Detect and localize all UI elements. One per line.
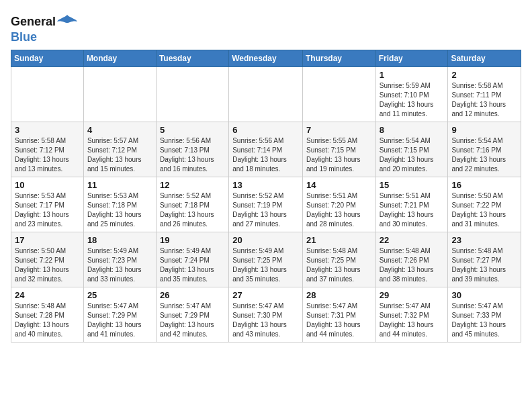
day-number: 24 (15, 290, 80, 300)
day-info: Sunrise: 5:54 AMSunset: 7:16 PMDaylight:… (451, 136, 517, 174)
calendar-header-row: SundayMondayTuesdayWednesdayThursdayFrid… (11, 50, 521, 66)
day-info: Sunrise: 5:54 AMSunset: 7:15 PMDaylight:… (380, 136, 445, 174)
logo-blue: Blue (11, 31, 77, 44)
calendar-cell: 4Sunrise: 5:57 AMSunset: 7:12 PMDaylight… (83, 122, 156, 177)
calendar-cell: 15Sunrise: 5:51 AMSunset: 7:21 PMDayligh… (375, 177, 448, 232)
day-info: Sunrise: 5:48 AMSunset: 7:28 PMDaylight:… (15, 302, 80, 339)
day-info: Sunrise: 5:49 AMSunset: 7:25 PMDaylight:… (232, 246, 299, 284)
day-info: Sunrise: 5:47 AMSunset: 7:32 PMDaylight:… (380, 302, 445, 339)
calendar-cell: 26Sunrise: 5:47 AMSunset: 7:29 PMDayligh… (156, 287, 228, 342)
day-info: Sunrise: 5:55 AMSunset: 7:15 PMDaylight:… (306, 136, 372, 174)
calendar-cell (83, 66, 156, 122)
calendar-cell: 5Sunrise: 5:56 AMSunset: 7:13 PMDaylight… (156, 122, 228, 177)
calendar-cell (302, 66, 375, 122)
day-info: Sunrise: 5:49 AMSunset: 7:23 PMDaylight:… (87, 246, 152, 284)
calendar-cell: 13Sunrise: 5:52 AMSunset: 7:19 PMDayligh… (229, 177, 303, 232)
col-header-tuesday: Tuesday (156, 50, 228, 66)
calendar-cell (229, 66, 303, 122)
calendar-week-row: 24Sunrise: 5:48 AMSunset: 7:28 PMDayligh… (11, 287, 521, 342)
day-number: 30 (451, 290, 517, 300)
day-number: 3 (15, 125, 80, 135)
calendar-cell: 10Sunrise: 5:53 AMSunset: 7:17 PMDayligh… (11, 177, 84, 232)
day-info: Sunrise: 5:47 AMSunset: 7:29 PMDaylight:… (87, 302, 152, 339)
calendar-cell: 6Sunrise: 5:56 AMSunset: 7:14 PMDaylight… (229, 122, 303, 177)
day-number: 25 (87, 290, 152, 300)
calendar-cell: 21Sunrise: 5:48 AMSunset: 7:25 PMDayligh… (302, 232, 375, 287)
day-number: 8 (380, 125, 445, 135)
day-info: Sunrise: 5:47 AMSunset: 7:30 PMDaylight:… (232, 302, 299, 339)
calendar-cell: 23Sunrise: 5:48 AMSunset: 7:27 PMDayligh… (448, 232, 521, 287)
day-info: Sunrise: 5:50 AMSunset: 7:22 PMDaylight:… (451, 191, 517, 229)
calendar-cell: 27Sunrise: 5:47 AMSunset: 7:30 PMDayligh… (229, 287, 303, 342)
calendar-cell: 20Sunrise: 5:49 AMSunset: 7:25 PMDayligh… (229, 232, 303, 287)
day-info: Sunrise: 5:53 AMSunset: 7:17 PMDaylight:… (15, 191, 80, 229)
calendar-cell: 8Sunrise: 5:54 AMSunset: 7:15 PMDaylight… (375, 122, 448, 177)
calendar-cell: 19Sunrise: 5:49 AMSunset: 7:24 PMDayligh… (156, 232, 228, 287)
calendar-table: SundayMondayTuesdayWednesdayThursdayFrid… (11, 50, 521, 342)
col-header-saturday: Saturday (448, 50, 521, 66)
calendar-cell: 14Sunrise: 5:51 AMSunset: 7:20 PMDayligh… (302, 177, 375, 232)
day-info: Sunrise: 5:58 AMSunset: 7:11 PMDaylight:… (451, 81, 517, 119)
day-info: Sunrise: 5:48 AMSunset: 7:27 PMDaylight:… (451, 246, 517, 284)
day-number: 27 (232, 290, 299, 300)
logo-general: General (11, 15, 56, 29)
day-number: 5 (160, 125, 225, 135)
calendar-cell: 2Sunrise: 5:58 AMSunset: 7:11 PMDaylight… (448, 66, 521, 122)
calendar-week-row: 17Sunrise: 5:50 AMSunset: 7:22 PMDayligh… (11, 232, 521, 287)
day-number: 12 (160, 180, 225, 190)
day-number: 9 (451, 125, 517, 135)
day-info: Sunrise: 5:51 AMSunset: 7:20 PMDaylight:… (306, 191, 372, 229)
calendar-cell: 29Sunrise: 5:47 AMSunset: 7:32 PMDayligh… (375, 287, 448, 342)
day-number: 10 (15, 180, 80, 190)
day-number: 19 (160, 235, 225, 245)
day-info: Sunrise: 5:59 AMSunset: 7:10 PMDaylight:… (380, 81, 445, 119)
calendar-cell: 16Sunrise: 5:50 AMSunset: 7:22 PMDayligh… (448, 177, 521, 232)
day-number: 16 (451, 180, 517, 190)
day-number: 21 (306, 235, 372, 245)
day-info: Sunrise: 5:56 AMSunset: 7:13 PMDaylight:… (160, 136, 225, 174)
calendar-cell: 1Sunrise: 5:59 AMSunset: 7:10 PMDaylight… (375, 66, 448, 122)
calendar-cell (11, 66, 84, 122)
day-info: Sunrise: 5:58 AMSunset: 7:12 PMDaylight:… (15, 136, 80, 174)
day-number: 18 (87, 235, 152, 245)
calendar-cell: 24Sunrise: 5:48 AMSunset: 7:28 PMDayligh… (11, 287, 84, 342)
day-number: 17 (15, 235, 80, 245)
col-header-sunday: Sunday (11, 50, 84, 66)
day-number: 4 (87, 125, 152, 135)
day-info: Sunrise: 5:52 AMSunset: 7:18 PMDaylight:… (160, 191, 225, 229)
logo: General Blue (11, 13, 77, 44)
day-info: Sunrise: 5:47 AMSunset: 7:33 PMDaylight:… (451, 302, 517, 339)
day-number: 13 (232, 180, 299, 190)
col-header-wednesday: Wednesday (229, 50, 303, 66)
day-info: Sunrise: 5:57 AMSunset: 7:12 PMDaylight:… (87, 136, 152, 174)
day-info: Sunrise: 5:47 AMSunset: 7:31 PMDaylight:… (306, 302, 372, 339)
calendar-cell: 3Sunrise: 5:58 AMSunset: 7:12 PMDaylight… (11, 122, 84, 177)
logo-bird-icon (57, 13, 77, 31)
day-number: 22 (380, 235, 445, 245)
day-info: Sunrise: 5:49 AMSunset: 7:24 PMDaylight:… (160, 246, 225, 284)
col-header-friday: Friday (375, 50, 448, 66)
day-number: 14 (306, 180, 372, 190)
day-number: 2 (451, 70, 517, 80)
calendar-cell: 30Sunrise: 5:47 AMSunset: 7:33 PMDayligh… (448, 287, 521, 342)
header: General Blue (11, 11, 521, 44)
calendar-week-row: 3Sunrise: 5:58 AMSunset: 7:12 PMDaylight… (11, 122, 521, 177)
calendar-cell: 11Sunrise: 5:53 AMSunset: 7:18 PMDayligh… (83, 177, 156, 232)
calendar-cell: 28Sunrise: 5:47 AMSunset: 7:31 PMDayligh… (302, 287, 375, 342)
day-info: Sunrise: 5:53 AMSunset: 7:18 PMDaylight:… (87, 191, 152, 229)
col-header-monday: Monday (83, 50, 156, 66)
day-number: 7 (306, 125, 372, 135)
calendar-cell: 12Sunrise: 5:52 AMSunset: 7:18 PMDayligh… (156, 177, 228, 232)
day-number: 26 (160, 290, 225, 300)
day-number: 11 (87, 180, 152, 190)
day-info: Sunrise: 5:52 AMSunset: 7:19 PMDaylight:… (232, 191, 299, 229)
day-info: Sunrise: 5:56 AMSunset: 7:14 PMDaylight:… (232, 136, 299, 174)
day-info: Sunrise: 5:50 AMSunset: 7:22 PMDaylight:… (15, 246, 80, 284)
day-number: 28 (306, 290, 372, 300)
calendar-cell: 9Sunrise: 5:54 AMSunset: 7:16 PMDaylight… (448, 122, 521, 177)
calendar-cell: 18Sunrise: 5:49 AMSunset: 7:23 PMDayligh… (83, 232, 156, 287)
day-number: 1 (380, 70, 445, 80)
col-header-thursday: Thursday (302, 50, 375, 66)
day-number: 6 (232, 125, 299, 135)
day-number: 15 (380, 180, 445, 190)
